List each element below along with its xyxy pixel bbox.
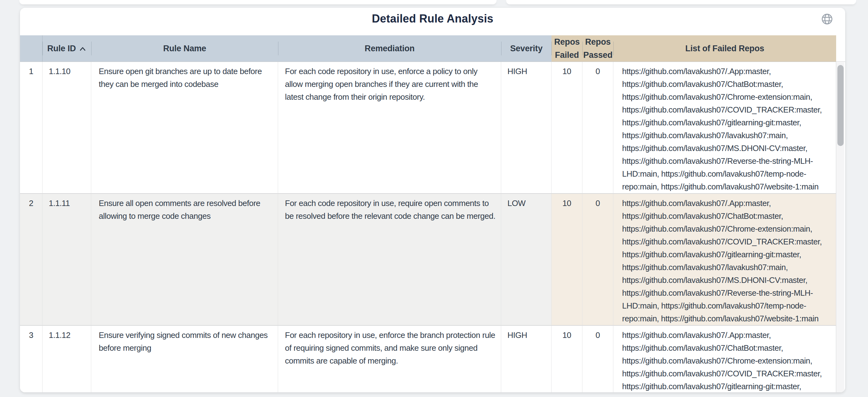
header-severity[interactable]: Severity	[501, 35, 552, 62]
header-list-of-failed-repos[interactable]: List of Failed Repos	[613, 35, 836, 62]
rule-id-cell: 1.1.10	[42, 62, 91, 194]
remediation-cell: For each repository in use, enforce the …	[278, 326, 501, 392]
repos-passed-cell: 0	[582, 326, 613, 392]
header-rule-name[interactable]: Rule Name	[91, 35, 278, 62]
header-repos-passed[interactable]: Repos Passed	[582, 35, 613, 62]
repos-failed-cell: 10	[552, 326, 582, 392]
table-header-row: Rule ID Rule Name Remediation Severity R…	[20, 35, 845, 62]
rule-name-cell: Ensure open git branches are up to date …	[91, 62, 278, 194]
severity-cell: HIGH	[501, 62, 552, 194]
header-scrollbar-gutter	[836, 35, 845, 62]
card-peek-left	[19, 0, 496, 4]
repos-passed-cell: 0	[582, 62, 613, 194]
table-row: 2 1.1.11 Ensure all open comments are re…	[20, 194, 845, 326]
rule-name-cell: Ensure all open comments are resolved be…	[91, 194, 278, 326]
rule-id-cell: 1.1.11	[42, 194, 91, 326]
severity-cell: LOW	[501, 194, 552, 326]
header-remediation[interactable]: Remediation	[278, 35, 501, 62]
failed-repos-cell: https://github.com/lavakush07/.App:maste…	[613, 62, 836, 194]
table-row: 3 1.1.12 Ensure verifying signed commits…	[20, 326, 845, 392]
repos-failed-cell: 10	[552, 194, 582, 326]
rule-id-cell: 1.1.12	[42, 326, 91, 392]
header-rule-id-label: Rule ID	[47, 42, 76, 55]
severity-cell: HIGH	[501, 326, 552, 392]
repos-failed-cell: 10	[552, 62, 582, 194]
remediation-cell: For each code repository in use, enforce…	[278, 62, 501, 194]
sort-ascending-icon	[79, 46, 87, 51]
header-rule-id[interactable]: Rule ID	[42, 35, 91, 62]
vertical-scrollbar-track[interactable]	[836, 63, 844, 392]
page-title: Detailed Rule Analysis	[372, 12, 493, 25]
repos-passed-cell: 0	[582, 194, 613, 326]
detailed-rule-analysis-card: Detailed Rule Analysis Rule ID Rule Name…	[20, 8, 845, 392]
remediation-cell: For each code repository in use, require…	[278, 194, 501, 326]
table-row: 1 1.1.10 Ensure open git branches are up…	[20, 62, 845, 194]
header-repos-failed[interactable]: Repos Failed	[552, 35, 582, 62]
row-index: 3	[20, 326, 42, 392]
rule-name-cell: Ensure verifying signed commits of new c…	[91, 326, 278, 392]
row-index: 2	[20, 194, 42, 326]
globe-icon[interactable]	[821, 13, 833, 25]
failed-repos-cell: https://github.com/lavakush07/.App:maste…	[613, 194, 836, 326]
vertical-scrollbar-thumb[interactable]	[837, 65, 844, 146]
row-index: 1	[20, 62, 42, 194]
table-body: 1 1.1.10 Ensure open git branches are up…	[20, 62, 845, 392]
header-index	[20, 35, 42, 62]
card-peek-right	[506, 0, 856, 4]
failed-repos-cell: https://github.com/lavakush07/.App:maste…	[613, 326, 836, 392]
card-title-bar: Detailed Rule Analysis	[20, 8, 845, 35]
